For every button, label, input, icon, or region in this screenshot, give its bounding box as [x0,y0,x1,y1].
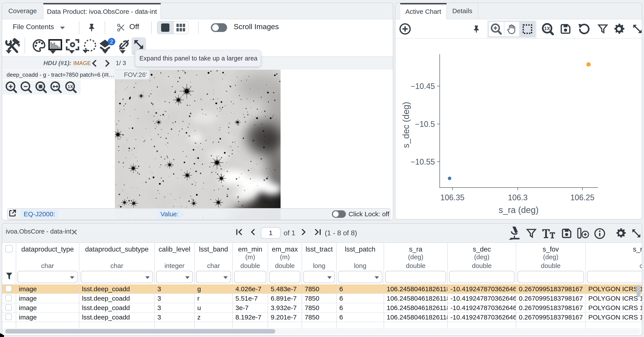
svg-text:−10.5: −10.5 [415,120,435,128]
svg-text:106.25: 106.25 [570,193,594,202]
svg-text:2: 2 [110,38,113,44]
svg-text:−10.55: −10.55 [410,157,435,166]
svg-text:s_dec (deg): s_dec (deg) [401,102,411,148]
svg-text:−10.45: −10.45 [410,82,435,91]
svg-text:106.3: 106.3 [508,193,528,202]
svg-text:s_ra (deg): s_ra (deg) [499,205,538,215]
svg-text:106.35: 106.35 [440,193,464,202]
svg-text:1X: 1X [68,84,73,89]
svg-text:1X: 1X [544,26,550,31]
